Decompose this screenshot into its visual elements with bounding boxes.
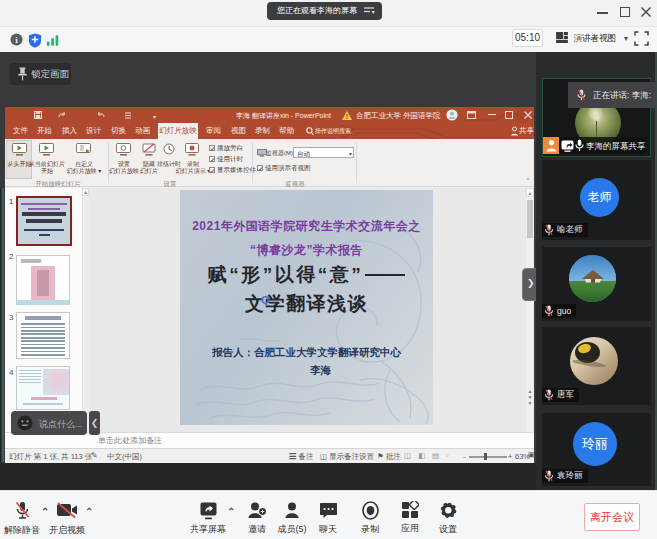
svg-text:!: !	[346, 113, 348, 120]
svg-text:i: i	[15, 35, 18, 45]
svg-text:▾: ▾	[153, 114, 156, 120]
